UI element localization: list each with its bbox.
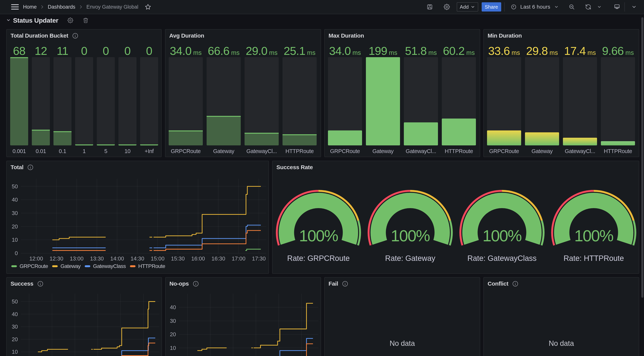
time-range-picker[interactable]: Last 6 hours xyxy=(511,4,559,10)
series-line-Gateway xyxy=(154,186,261,237)
series-line-GatewayClass xyxy=(94,338,155,356)
bar-gauge-label: HTTPRoute xyxy=(601,148,635,154)
row-collapse-chevron-icon[interactable] xyxy=(6,17,11,24)
timeseries-chart: 01020304012:0013:0014:0015:0016:0017:00 xyxy=(166,277,322,356)
bar-gauge-track xyxy=(118,57,136,145)
zoom-out-icon[interactable] xyxy=(566,1,578,13)
legend-label: GatewayClass xyxy=(93,263,126,269)
bar-gauge-fill xyxy=(118,144,136,145)
bar-gauge-fill xyxy=(244,133,279,145)
y-axis-tick-label: 10 xyxy=(170,345,176,351)
settings-icon[interactable] xyxy=(441,1,452,13)
navbar-collapse-chevron-icon[interactable] xyxy=(630,1,638,13)
bar-gauge-fill xyxy=(563,138,597,145)
scrollbar-thumb[interactable] xyxy=(641,17,644,298)
row-delete-trash-icon[interactable] xyxy=(83,18,88,23)
bar-gauge-track xyxy=(282,57,317,145)
panel-successRate: Success Rate100%Rate: GRPCRoute100%Rate:… xyxy=(272,161,639,274)
bar-gauge-label: Gateway xyxy=(525,148,559,154)
y-axis-tick-label: 30 xyxy=(12,210,18,216)
bar-gauge-cell: 110.1 xyxy=(54,30,72,157)
series-line-HTTPRoute xyxy=(254,344,313,356)
share-button[interactable]: Share xyxy=(482,2,501,12)
add-button[interactable]: Add xyxy=(457,2,478,12)
legend-series-color-pill xyxy=(130,265,136,267)
save-icon[interactable] xyxy=(424,1,436,13)
bar-gauge-value: 60.2ms xyxy=(442,45,476,59)
bar-gauge-track xyxy=(75,57,93,145)
legend-item-GatewayClass[interactable]: GatewayClass xyxy=(85,263,126,269)
gauge-value-text: 100% xyxy=(299,227,338,245)
bar-gauge-fill xyxy=(442,119,476,145)
x-axis-tick-label: 14:00 xyxy=(110,255,124,262)
panel-avgDuration: Avg Duration34.0msGRPCRoute66.6msGateway… xyxy=(165,29,321,157)
row-settings-gear-icon[interactable] xyxy=(68,18,73,23)
value-unit: ms xyxy=(193,49,202,56)
legend-item-Gateway[interactable]: Gateway xyxy=(52,263,80,269)
bar-gauge-value: 0 xyxy=(140,45,158,57)
bar-gauge-fill xyxy=(54,131,72,145)
value-unit: ms xyxy=(307,49,316,56)
panel-noops: No-ops01020304012:0013:0014:0015:0016:00… xyxy=(165,277,321,356)
bar-gauge-value: 33.6ms xyxy=(487,45,521,59)
panel-body: 100%Rate: GRPCRoute100%Rate: Gateway100%… xyxy=(272,161,639,273)
breadcrumb-dashboards[interactable]: Dashboards xyxy=(48,4,75,10)
gauge-label: Rate: Gateway xyxy=(385,254,435,262)
bar-gauge-cell: 34.0msGRPCRoute xyxy=(328,30,362,157)
legend-item-GRPCRoute[interactable]: GRPCRoute xyxy=(11,263,48,269)
bar-gauge-label: 0.01 xyxy=(32,148,50,154)
legend-item-HTTPRoute[interactable]: HTTPRoute xyxy=(130,263,165,269)
series-line-GatewayClass xyxy=(254,338,313,356)
x-axis-tick-label: 13:00 xyxy=(70,255,84,262)
x-axis-tick-label: 15:00 xyxy=(151,255,165,262)
value-number: 29.8 xyxy=(526,45,548,57)
breadcrumb-home[interactable]: Home xyxy=(23,4,36,10)
refresh-interval-chevron-icon[interactable] xyxy=(596,1,603,13)
star-icon[interactable] xyxy=(145,4,151,10)
gauge-value-text: 100% xyxy=(391,227,430,245)
y-axis-tick-label: 10 xyxy=(12,349,18,355)
bar-gauge-label: 10 xyxy=(118,148,136,154)
bar-gauge-value: 12 xyxy=(32,45,50,57)
bar-gauge-track xyxy=(563,57,597,145)
y-axis-tick-label: 50 xyxy=(12,183,18,190)
value-unit: ms xyxy=(389,49,397,56)
value-number: 60.2 xyxy=(443,45,464,57)
bar-gauge-value: 0 xyxy=(97,45,115,57)
menu-icon[interactable] xyxy=(10,2,20,12)
y-axis-tick-label: 20 xyxy=(170,331,176,337)
bar-gauge-value: 29.8ms xyxy=(525,45,559,59)
no-data-message: No data xyxy=(484,290,639,356)
bar-gauge-cell: 51.8msGatewayCl... xyxy=(404,30,438,157)
value-number: 34.0 xyxy=(329,45,351,57)
x-axis-tick-label: 14:30 xyxy=(130,255,144,262)
timeseries-chart: 0102030405012:0013:0014:0015:0016:0017:0… xyxy=(7,277,162,356)
legend-label: GRPCRoute xyxy=(20,263,48,269)
bar-gauge-label: GRPCRoute xyxy=(169,148,203,154)
kiosk-monitor-icon[interactable] xyxy=(611,1,623,13)
bar-gauge-track xyxy=(366,57,400,145)
bar-gauge-fill xyxy=(32,130,50,145)
value-unit: ms xyxy=(588,49,596,56)
breadcrumb: Home Dashboards Envoy Gateway Global xyxy=(23,4,138,10)
gauge-threshold-ring xyxy=(542,221,544,245)
bar-gauge-fill xyxy=(328,130,362,145)
timeseries-chart: 0102030405012:0012:3013:0013:3014:0014:3… xyxy=(7,161,269,274)
bar-gauge-value: 11 xyxy=(54,45,72,57)
bar-gauge-track xyxy=(487,57,521,145)
bar-gauge-track xyxy=(10,57,28,145)
bar-gauge-label: GRPCRoute xyxy=(487,148,521,154)
legend-label: HTTPRoute xyxy=(138,263,165,269)
bar-gauge-cell: 0+Inf xyxy=(140,30,158,157)
refresh-icon[interactable] xyxy=(582,1,594,13)
bar-gauge-value: 17.4ms xyxy=(563,45,597,59)
value-unit: ms xyxy=(269,49,278,56)
series-line-Gateway xyxy=(94,301,155,349)
gauge-label: Rate: GRPCRoute xyxy=(287,254,350,262)
panel-body: No data xyxy=(325,277,480,356)
row-title[interactable]: Status Updater xyxy=(13,17,58,24)
value-number: 12 xyxy=(35,45,47,57)
panel-body: 0102030405012:0013:0014:0015:0016:0017:0… xyxy=(7,277,162,356)
bar-gauge-cell: 05 xyxy=(97,30,115,157)
y-axis-tick-label: 40 xyxy=(170,304,176,310)
